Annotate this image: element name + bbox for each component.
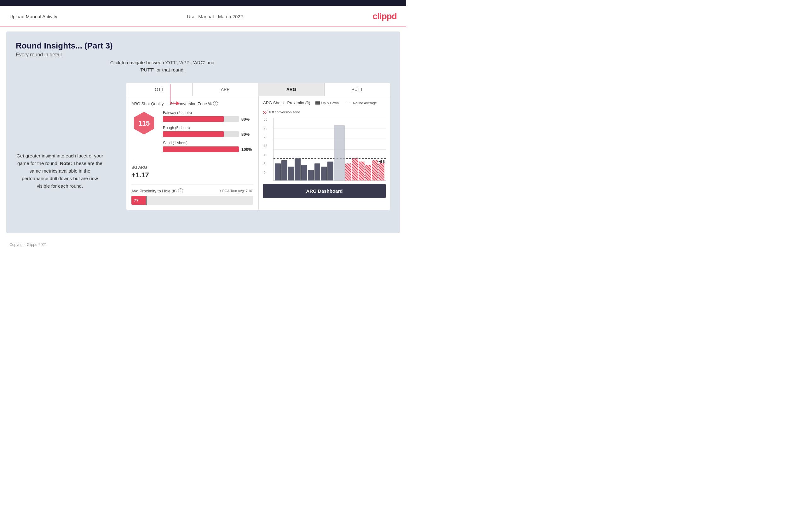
arrow-indicator	[161, 84, 180, 111]
tab-arg[interactable]: ARG	[258, 83, 324, 96]
bar-label-sand: Sand (1 shots)	[163, 141, 253, 145]
legend-6ft: 6 ft conversion zone	[263, 110, 300, 114]
chart-bar	[308, 118, 314, 180]
bar-label-fairway: Fairway (5 shots)	[163, 111, 253, 115]
dashboard-right: ARG Shots - Proximity (ft) Up & Down Rou…	[259, 96, 390, 210]
bar-row-rough: Rough (5 shots) 80%	[163, 126, 253, 137]
bar-row-sand: Sand (1 shots) 100%	[163, 141, 253, 152]
bar-row-fairway: Fairway (5 shots) 80%	[163, 111, 253, 122]
svg-marker-0	[176, 101, 180, 105]
header-center: User Manual - March 2022	[187, 14, 243, 19]
copyright: Copyright Clippd 2021	[9, 242, 47, 247]
sg-label: SG ARG	[132, 165, 253, 170]
sg-section: SG ARG +1.17	[132, 161, 253, 179]
bar-chart: ◀ 8	[273, 118, 386, 181]
chart-bar	[288, 118, 294, 180]
arg-dashboard-button[interactable]: ARG Dashboard	[263, 184, 386, 198]
prox-value: 77'	[134, 198, 140, 203]
legend-up-down: Up & Down	[315, 101, 339, 105]
chart-bar	[295, 118, 301, 180]
main-content: Round Insights... (Part 3) Every round i…	[6, 32, 400, 233]
prox-label: Avg Proximity to Hole (ft) ?	[132, 188, 183, 193]
chart-bar-hatched	[345, 118, 351, 180]
shot-bars: Fairway (5 shots) 80% Rough (5 shots)	[163, 111, 253, 156]
chart-bar-hatched	[352, 118, 358, 180]
chart-bar	[327, 118, 334, 180]
pga-avg: ↑ PGA Tour Avg: 7'10"	[220, 189, 253, 193]
dashboard-left: ARG Shot Quality 6ft Conversion Zone % ?…	[126, 96, 259, 210]
page-title: Round Insights... (Part 3)	[16, 41, 391, 51]
bar-label-rough: Rough (5 shots)	[163, 126, 253, 130]
left-panel: Get greater insight into each facet of y…	[16, 64, 116, 210]
chart-bar	[282, 118, 287, 180]
shot-quality-label: ARG Shot Quality	[132, 101, 164, 106]
chart-bar	[321, 118, 327, 180]
prox-help-icon[interactable]: ?	[178, 188, 183, 193]
proximity-section: Avg Proximity to Hole (ft) ? ↑ PGA Tour …	[132, 184, 253, 205]
hex-score-container: 115	[132, 111, 157, 136]
chart-bar	[275, 118, 281, 180]
y-labels: 30 25 20 15 10 5 0	[264, 118, 267, 174]
help-icon[interactable]: ?	[213, 101, 218, 106]
proximity-bar: 77'	[132, 196, 253, 205]
chart-bar-big	[334, 118, 345, 180]
top-bar	[0, 0, 406, 6]
legend-round-avg: Round Average	[344, 101, 377, 105]
header: Upload Manual Activity User Manual - Mar…	[0, 6, 406, 26]
upload-label: Upload Manual Activity	[9, 14, 57, 19]
nav-hint: Click to navigate between 'OTT', 'APP', …	[107, 59, 217, 73]
bar-pct-sand: 100%	[241, 147, 253, 152]
chart-bar-hatched	[372, 118, 378, 180]
tab-ott[interactable]: OTT	[126, 83, 193, 96]
sg-value: +1.17	[132, 171, 253, 179]
tab-app[interactable]: APP	[193, 83, 259, 96]
footer: Copyright Clippd 2021	[0, 238, 406, 251]
bar-pct-rough: 80%	[241, 132, 253, 137]
clippd-logo: clippd	[373, 11, 397, 21]
chart-bar-hatched	[359, 118, 365, 180]
page-subtitle: Every round in detail	[16, 52, 391, 58]
chart-bar-hatched	[365, 118, 371, 180]
chart-title: ARG Shots - Proximity (ft)	[263, 101, 310, 105]
tab-putt[interactable]: PUTT	[324, 83, 391, 96]
header-left: Upload Manual Activity	[9, 14, 57, 19]
chart-bar-hatched	[378, 118, 385, 180]
bar-pct-fairway: 80%	[241, 117, 253, 122]
chart-bar	[301, 118, 307, 180]
chart-bar	[314, 118, 320, 180]
insight-text: Get greater insight into each facet of y…	[16, 152, 104, 190]
hex-score-text: 115	[138, 119, 150, 127]
